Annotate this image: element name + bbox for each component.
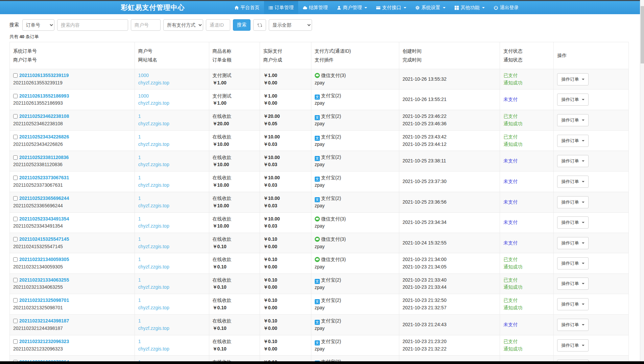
order-amount: ￥1.00 xyxy=(213,100,256,107)
time-text: 2021-10-25 23:46:36 xyxy=(403,120,496,128)
system-order-link[interactable]: 2021102613553239119 xyxy=(19,73,69,78)
row-checkbox[interactable] xyxy=(13,257,18,262)
nav-item-misc[interactable]: 其他功能 xyxy=(450,1,489,14)
system-order-link[interactable]: 2021102613552186993 xyxy=(19,93,69,99)
paytype-select[interactable]: 所有支付方式 xyxy=(163,19,203,31)
vertical-scrollbar[interactable] xyxy=(640,0,644,361)
system-order-link[interactable]: 2021102523462238108 xyxy=(19,113,69,119)
scrollbar-thumb[interactable] xyxy=(641,6,644,63)
nav-item-home[interactable]: 平台首页 xyxy=(230,1,264,14)
system-order-link[interactable]: 2021102321244398187 xyxy=(19,318,69,323)
row-checkbox[interactable] xyxy=(13,155,18,160)
site-domain-link[interactable]: chyzf.zzgis.top xyxy=(138,182,169,188)
operate-order-button[interactable]: 操作订单 xyxy=(557,319,589,331)
nav-item-settlement[interactable]: 结算管理 xyxy=(298,1,332,14)
display-filter-select[interactable]: 显示全部 xyxy=(269,19,312,31)
nav-item-settings[interactable]: 系统设置 xyxy=(411,1,450,14)
system-order-link[interactable]: 2021102523365696244 xyxy=(19,196,69,201)
search-type-select[interactable]: 订单号 xyxy=(22,19,54,31)
site-domain-link[interactable]: chyzf.zzgis.top xyxy=(138,244,169,249)
site-domain-link[interactable]: chyzf.zzgis.top xyxy=(138,100,169,106)
merchant-id-link[interactable]: 1000 xyxy=(138,93,149,99)
row-checkbox[interactable] xyxy=(13,237,18,241)
merchant-id-link[interactable]: 1 xyxy=(138,318,141,323)
merchant-id-link[interactable]: 1 xyxy=(138,339,141,344)
merchant-id-link[interactable]: 1 xyxy=(138,175,141,180)
system-order-link[interactable]: 2021102321232096323 xyxy=(19,339,69,344)
refresh-button[interactable] xyxy=(253,19,266,31)
system-order-link[interactable]: 2021102523434226826 xyxy=(19,134,69,139)
system-order-link[interactable]: 2021102523381120836 xyxy=(19,155,69,160)
operate-order-button[interactable]: 操作订单 xyxy=(557,114,589,126)
operate-order-button[interactable]: 操作订单 xyxy=(557,176,589,188)
alipay-pay-icon xyxy=(315,136,320,141)
site-domain-link[interactable]: chyzf.zzgis.top xyxy=(138,346,169,352)
merchant-id-link[interactable]: 1 xyxy=(138,277,141,283)
operate-order-button[interactable]: 操作订单 xyxy=(557,94,589,106)
operate-order-button[interactable]: 操作订单 xyxy=(557,155,589,167)
actual-paid: ￥20.00 xyxy=(263,113,308,120)
site-domain-link[interactable]: chyzf.zzgis.top xyxy=(138,284,169,290)
nav-item-interfaces[interactable]: 支付接口 xyxy=(372,1,411,14)
row-checkbox[interactable] xyxy=(13,278,18,282)
site-domain-link[interactable]: chyzf.zzgis.top xyxy=(138,326,169,331)
merchant-id-link[interactable]: 1 xyxy=(138,134,141,139)
merchant-id-link[interactable]: 1 xyxy=(138,113,141,119)
row-checkbox[interactable] xyxy=(13,73,18,78)
search-content-input[interactable] xyxy=(57,19,128,31)
table-row: 2021102321325098701 2021102321325098701 … xyxy=(10,294,629,315)
operate-order-button[interactable]: 操作订单 xyxy=(557,257,589,269)
operate-order-button[interactable]: 操作订单 xyxy=(557,298,589,310)
site-domain-link[interactable]: chyzf.zzgis.top xyxy=(138,305,169,310)
site-domain-link[interactable]: chyzf.zzgis.top xyxy=(138,141,169,147)
nav-item-orders[interactable]: 订单管理 xyxy=(264,1,298,14)
merchant-id-link[interactable]: 1 xyxy=(138,297,141,303)
row-checkbox[interactable] xyxy=(13,176,18,180)
site-domain-link[interactable]: chyzf.zzgis.top xyxy=(138,264,169,269)
row-checkbox[interactable] xyxy=(13,298,18,303)
row-checkbox[interactable] xyxy=(13,94,18,98)
system-order-link[interactable]: 2021102415325547145 xyxy=(19,236,69,242)
alipay-pay-icon xyxy=(315,95,320,100)
merchant-id-link[interactable]: 1 xyxy=(138,155,141,160)
merchant-id-link[interactable]: 1 xyxy=(138,257,141,262)
order-ids-cell: 2021102613552186993 2021102613552186993 xyxy=(10,89,135,110)
site-domain-link[interactable]: chyzf.zzgis.top xyxy=(138,223,169,229)
nav-item-logout[interactable]: 退出登录 xyxy=(489,1,523,14)
operate-order-button[interactable]: 操作订单 xyxy=(557,237,589,249)
row-checkbox[interactable] xyxy=(13,319,18,323)
order-amount: ￥0.10 xyxy=(213,243,256,251)
site-domain-link[interactable]: chyzf.zzgis.top xyxy=(138,203,169,208)
row-checkbox[interactable] xyxy=(13,196,18,201)
row-checkbox[interactable] xyxy=(13,339,18,344)
nav-item-merchants[interactable]: 商户管理 xyxy=(332,1,372,14)
merchant-id-link[interactable]: 1 xyxy=(138,236,141,242)
merchant-id-link[interactable]: 1 xyxy=(138,196,141,201)
channel-id-input[interactable] xyxy=(206,19,230,31)
system-order-link[interactable]: 2021102523343491354 xyxy=(19,216,69,222)
operate-order-button[interactable]: 操作订单 xyxy=(557,73,589,85)
operate-order-button[interactable]: 操作订单 xyxy=(557,216,589,229)
merchant-id-link[interactable]: 1000 xyxy=(138,73,149,78)
row-checkbox[interactable] xyxy=(13,114,18,119)
site-domain-link[interactable]: chyzf.zzgis.top xyxy=(138,80,169,85)
site-domain-link[interactable]: chyzf.zzgis.top xyxy=(138,162,169,167)
operate-order-button[interactable]: 操作订单 xyxy=(557,339,589,352)
operate-order-button[interactable]: 操作订单 xyxy=(557,278,589,290)
operate-order-button[interactable]: 操作订单 xyxy=(557,196,589,208)
alipay-pay-icon xyxy=(315,279,320,284)
merchant-id-input[interactable] xyxy=(131,19,161,31)
row-checkbox[interactable] xyxy=(13,217,18,221)
site-domain-link[interactable]: chyzf.zzgis.top xyxy=(138,121,169,126)
paid-amount-cell: ￥10.00 ￥0.03 xyxy=(260,151,311,172)
time-text: 2021-10-24 15:32:55 xyxy=(403,239,496,247)
system-order-link[interactable]: 2021102321325098701 xyxy=(19,297,69,303)
operate-order-button[interactable]: 操作订单 xyxy=(557,135,589,147)
merchant-id-link[interactable]: 1 xyxy=(138,216,141,222)
row-checkbox[interactable] xyxy=(13,135,18,139)
search-button[interactable]: 搜索 xyxy=(233,19,251,31)
system-order-link[interactable]: 2021102321340059305 xyxy=(19,257,69,262)
system-order-link[interactable]: 2021102523373067631 xyxy=(19,175,69,180)
system-order-link[interactable]: 2021102321334063255 xyxy=(19,277,69,283)
merchant-order-no: 2021102321244398187 xyxy=(13,325,131,332)
